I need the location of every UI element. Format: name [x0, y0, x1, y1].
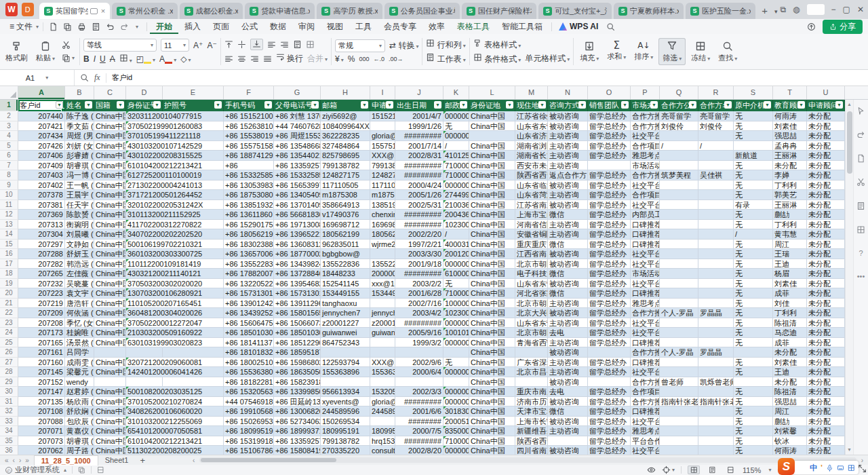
cell[interactable]: 320721200209060081	[126, 358, 163, 368]
cell[interactable]: 未分配	[807, 190, 845, 200]
cell[interactable]: +86 1971300890	[274, 220, 321, 230]
cell[interactable]: 271302200004241013	[126, 180, 163, 191]
cell[interactable]: 无	[734, 367, 773, 377]
cell[interactable]	[660, 269, 698, 279]
menu-tab[interactable]: 页面	[207, 20, 235, 34]
cell[interactable]: 口碑推荐,	[631, 338, 660, 348]
cell[interactable]: 山东省东营	[515, 318, 548, 328]
cell[interactable]: 未分配	[807, 210, 845, 220]
cell[interactable]: 无	[734, 338, 773, 348]
cell[interactable]: 207152	[18, 377, 65, 387]
cell[interactable]: 32010220020531242X	[126, 200, 163, 210]
cell[interactable]: China中国	[94, 426, 126, 436]
cell[interactable]: 留学总经办	[588, 190, 631, 200]
underline-button[interactable]: U	[100, 54, 106, 64]
cell[interactable]: 210036	[443, 200, 469, 210]
cell[interactable]: 124827175	[370, 170, 395, 180]
cell[interactable]: China中国	[94, 318, 126, 328]
cell[interactable]: 陈子逸 (男	[65, 111, 94, 121]
italic-button[interactable]: I	[94, 54, 96, 64]
cell[interactable]: 留学总经办	[588, 446, 631, 455]
vertical-scrollbar[interactable]: ▲ ▼	[845, 100, 853, 455]
cell[interactable]: 000000	[443, 318, 469, 328]
cell[interactable]: 市场活动,	[631, 269, 660, 279]
cell[interactable]	[660, 180, 698, 191]
cell[interactable]: 山东省东营	[515, 279, 548, 289]
menu-tab[interactable]: 会员专享	[378, 20, 422, 34]
decrease-font-button[interactable]: A⁻	[207, 41, 216, 50]
row-number[interactable]: 36	[0, 446, 18, 455]
menu-tab[interactable]: 智能工具箱	[496, 20, 549, 34]
cell[interactable]: 市场活动,	[631, 161, 660, 171]
upload-cloud-icon[interactable]	[807, 22, 816, 31]
cell[interactable]: 留学总经办	[588, 131, 631, 141]
cell[interactable]: XXX@163.	[370, 358, 395, 368]
cell[interactable]: +86 1877000215	[274, 249, 321, 259]
cell[interactable]: 李婵	[773, 170, 807, 180]
cell[interactable]: China中国	[469, 279, 515, 289]
cell[interactable]: 710000	[443, 170, 469, 180]
cell[interactable]	[94, 377, 126, 387]
cell[interactable]: 2002/8/31	[395, 151, 443, 161]
cell[interactable]: 亮哥留学	[660, 111, 698, 121]
row-number[interactable]: 2	[0, 111, 18, 121]
filter-dropdown-button[interactable]: ▼	[311, 101, 319, 109]
cell[interactable]: 未分配	[773, 161, 807, 171]
cell[interactable]: 北京市昌平	[515, 367, 548, 377]
column-letter[interactable]: O	[588, 86, 631, 99]
file-tab[interactable]: S公务员国企事业单...	[384, 3, 460, 19]
cell[interactable]: 2001/6/6	[395, 406, 443, 417]
cell[interactable]: 青海省西宁	[515, 338, 548, 348]
cell[interactable]: 207402	[18, 180, 65, 191]
cell[interactable]: 衡琬明 (女	[65, 220, 94, 230]
cell[interactable]	[660, 299, 698, 309]
cell[interactable]: 留学总经办	[588, 426, 631, 436]
cell[interactable]: 吕同学	[65, 347, 94, 358]
cell[interactable]: +86 13439252	[224, 308, 274, 318]
cell[interactable]: 江苏省徐州	[515, 111, 548, 121]
cell[interactable]: 未分配	[807, 180, 845, 191]
cell[interactable]: 微信	[548, 288, 588, 299]
cell[interactable]: 陈祖清	[773, 318, 807, 328]
file-tab[interactable]: S常州公积金 .xlsx	[112, 3, 177, 19]
cell[interactable]: 207232	[18, 279, 65, 289]
cell[interactable]: +86 17882007	[224, 269, 274, 279]
cell[interactable]: 无	[734, 180, 773, 191]
cell[interactable]: China中国	[94, 229, 126, 240]
cell[interactable]: 文静如 (女	[65, 240, 94, 250]
cell[interactable]: 340826200106060020	[126, 406, 163, 417]
cell[interactable]: 799138782	[321, 161, 370, 171]
wps-ai-button[interactable]: WPS AI	[555, 22, 602, 31]
cell[interactable]	[734, 347, 773, 358]
cell[interactable]: 湖南省浏阳	[515, 141, 548, 151]
column-header-cell[interactable]: 咨询方式▼	[548, 100, 588, 111]
cell[interactable]	[698, 426, 734, 436]
cell[interactable]: 000000	[443, 338, 469, 348]
row-number[interactable]: 25	[0, 338, 18, 348]
cell[interactable]	[370, 249, 395, 259]
cell[interactable]: China中国	[469, 446, 515, 455]
cell[interactable]	[126, 377, 163, 387]
column-letter[interactable]: B	[65, 86, 94, 99]
valign-top-icon[interactable]	[224, 40, 233, 49]
row-number[interactable]: 21	[0, 299, 18, 309]
cell[interactable]: 200120	[443, 249, 469, 259]
cell[interactable]: +86 田延岭1395	[274, 397, 321, 407]
cell[interactable]	[698, 161, 734, 171]
cell[interactable]: 王迪	[773, 259, 807, 269]
cell[interactable]: China中国	[94, 170, 126, 180]
cell[interactable]: China中国	[94, 121, 126, 132]
cell[interactable]: 被动咨询	[548, 180, 588, 191]
cell[interactable]: 胡睿琪 (女	[65, 161, 94, 171]
cell[interactable]	[515, 347, 548, 358]
cell[interactable]	[698, 406, 734, 417]
cell[interactable]: 244589596	[370, 406, 395, 417]
eye-protection-icon[interactable]	[647, 466, 656, 474]
cell[interactable]: China中国	[94, 111, 126, 121]
cell[interactable]: China中国	[469, 259, 515, 269]
cell[interactable]: China中国	[469, 161, 515, 171]
find-button[interactable]: 查找▾	[715, 39, 740, 64]
cell[interactable]: +86 1372884680	[274, 269, 321, 279]
cell[interactable]: 王一帆 (男	[65, 180, 94, 191]
cell[interactable]: 207378	[18, 190, 65, 200]
